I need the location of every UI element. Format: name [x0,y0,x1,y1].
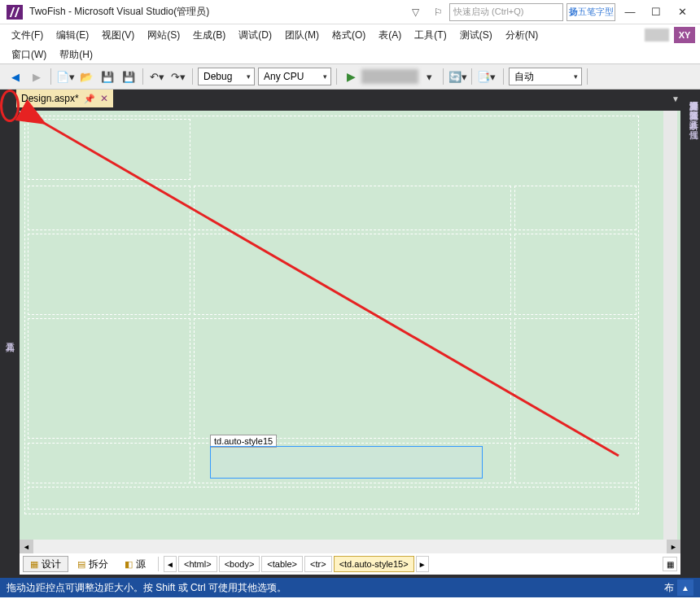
quick-launch-input[interactable]: 快速启动 (Ctrl+Q) [449,3,563,21]
breadcrumb-html[interactable]: <html> [178,556,217,572]
window-title: TwoFish - Microsoft Visual Studio(管理员) [29,5,209,19]
tab-overflow-button[interactable]: ▼ [667,90,684,107]
menu-format[interactable]: 格式(O) [326,26,372,45]
menu-website[interactable]: 网站(S) [141,26,186,45]
browse-button[interactable]: 📑▾ [476,67,496,86]
annotation-circle [0,90,20,122]
start-debug-button[interactable]: ▶ [341,67,361,86]
toolbox-tab[interactable]: 工具箱 [0,90,16,578]
menu-window[interactable]: 窗口(W) [5,46,53,64]
menu-test[interactable]: 测试(S) [453,26,499,45]
breadcrumb-prev-button[interactable]: ◄ [164,556,177,572]
nav-forward-button[interactable]: ▶ [27,67,46,86]
menu-edit[interactable]: 编辑(E) [50,26,95,45]
selected-cell-outline[interactable] [210,446,483,479]
menu-file[interactable]: 文件(F) [5,26,50,45]
nav-back-button[interactable]: ◀ [6,67,25,86]
notifications-icon[interactable]: ▽ [407,4,423,20]
team-explorer-tab[interactable]: 团队资源管理器 [684,99,700,109]
view-design-button[interactable]: ▦设计 [23,556,68,572]
run-mode-dropdown[interactable]: 自动 [509,68,582,85]
menu-view[interactable]: 视图(V) [95,26,141,45]
open-button[interactable]: 📂 [77,67,96,86]
breadcrumb-next-button[interactable]: ► [416,556,429,572]
source-view-icon: ◧ [125,559,133,570]
pin-icon[interactable]: 📌 [84,94,95,104]
status-right-label: 布 [664,581,674,595]
breadcrumb-body[interactable]: <body> [219,556,260,572]
config-dropdown[interactable]: Debug [198,68,255,85]
minimize-button[interactable]: — [619,4,641,20]
status-message: 拖动边距控点可调整边距大小。按 Shift 或 Ctrl 可使用其他选项。 [7,581,287,595]
footer-options-button[interactable]: ▦ [663,557,677,571]
breadcrumb-tr[interactable]: <tr> [304,556,332,572]
solution-explorer-tab[interactable]: 解决方案资源管理器 [684,90,700,99]
feedback-icon[interactable]: ⚐ [430,4,446,20]
menu-analyze[interactable]: 分析(N) [499,26,545,45]
browser-target-dropdown[interactable] [361,69,418,84]
view-split-button[interactable]: ▤拆分 [70,556,116,572]
menu-build[interactable]: 生成(B) [186,26,232,45]
horizontal-scrollbar[interactable]: ◄ ► [20,540,680,553]
ime-indicator[interactable]: 扬五笔字型 [567,3,615,21]
view-source-button[interactable]: ◧源 [117,556,153,572]
save-button[interactable]: 💾 [98,67,117,86]
breadcrumb-table[interactable]: <table> [261,556,303,572]
new-project-button[interactable]: 📄▾ [55,67,75,86]
scroll-right-button[interactable]: ► [667,540,680,553]
design-canvas[interactable]: td.auto-style15 [20,111,680,540]
design-view-icon: ▦ [30,559,38,570]
menu-tools[interactable]: 工具(T) [408,26,453,45]
split-view-icon: ▤ [77,559,85,570]
user-avatar[interactable]: XY [674,27,695,43]
document-tab-design[interactable]: Design.aspx* 📌 ✕ [16,90,113,107]
breadcrumb-td[interactable]: <td.auto-style15> [334,556,414,572]
undo-button[interactable]: ↶▾ [147,67,167,86]
close-tab-icon[interactable]: ✕ [100,93,108,104]
properties-tab[interactable]: 属性 [684,119,700,129]
close-button[interactable]: ✕ [671,4,693,20]
menu-help[interactable]: 帮助(H) [53,46,99,64]
diagnostic-tools-tab[interactable]: 诊断工具 [684,109,700,119]
redo-button[interactable]: ↷▾ [168,67,188,86]
vertical-scrollbar[interactable] [663,111,677,540]
menu-debug[interactable]: 调试(D) [232,26,278,45]
refresh-button[interactable]: 🔄▾ [448,67,467,86]
vs-logo-icon [7,5,23,20]
maximize-button[interactable]: ☐ [645,4,667,20]
scroll-left-button[interactable]: ◄ [20,540,33,553]
tab-label: Design.aspx* [21,93,79,104]
account-badge[interactable] [645,28,669,42]
status-options-button[interactable]: ▲ [677,579,693,596]
start-dropdown-button[interactable]: ▾ [419,67,439,86]
menu-table[interactable]: 表(A) [372,26,408,45]
menu-team[interactable]: 团队(M) [278,26,326,45]
save-all-button[interactable]: 💾 [119,67,138,86]
platform-dropdown[interactable]: Any CPU [258,68,331,85]
